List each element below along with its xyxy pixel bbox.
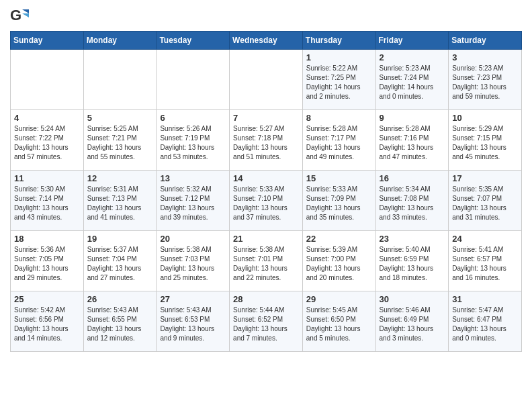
calendar-cell: 1Sunrise: 5:22 AM Sunset: 7:25 PM Daylig… (302, 50, 375, 110)
day-number: 25 (14, 294, 80, 304)
day-info: Sunrise: 5:23 AM Sunset: 7:23 PM Dayligh… (452, 64, 518, 101)
svg-text:G: G (10, 7, 21, 24)
day-info: Sunrise: 5:46 AM Sunset: 6:49 PM Dayligh… (380, 306, 445, 343)
week-row-2: 4Sunrise: 5:24 AM Sunset: 7:22 PM Daylig… (11, 110, 522, 171)
day-number: 27 (160, 294, 226, 304)
day-number: 13 (160, 173, 226, 183)
day-info: Sunrise: 5:44 AM Sunset: 6:52 PM Dayligh… (233, 306, 299, 343)
day-header-friday: Friday (375, 32, 449, 50)
day-info: Sunrise: 5:41 AM Sunset: 6:57 PM Dayligh… (452, 245, 518, 283)
day-number: 30 (380, 294, 445, 304)
calendar-cell: 8Sunrise: 5:28 AM Sunset: 7:17 PM Daylig… (302, 110, 375, 171)
week-row-1: 1Sunrise: 5:22 AM Sunset: 7:25 PM Daylig… (11, 50, 522, 110)
day-number: 1 (306, 52, 372, 62)
calendar-cell: 29Sunrise: 5:45 AM Sunset: 6:50 PM Dayli… (302, 291, 375, 352)
day-number: 31 (452, 294, 518, 304)
calendar-cell: 21Sunrise: 5:38 AM Sunset: 7:01 PM Dayli… (230, 231, 303, 291)
day-number: 18 (14, 234, 80, 244)
svg-marker-2 (22, 13, 29, 17)
day-number: 8 (306, 113, 372, 123)
day-info: Sunrise: 5:39 AM Sunset: 7:00 PM Dayligh… (306, 245, 372, 283)
calendar-cell: 7Sunrise: 5:27 AM Sunset: 7:18 PM Daylig… (230, 110, 303, 171)
day-info: Sunrise: 5:28 AM Sunset: 7:16 PM Dayligh… (380, 124, 445, 162)
day-info: Sunrise: 5:45 AM Sunset: 6:50 PM Dayligh… (306, 306, 372, 343)
day-number: 9 (380, 113, 445, 123)
day-info: Sunrise: 5:32 AM Sunset: 7:12 PM Dayligh… (160, 185, 226, 222)
calendar-cell (230, 50, 303, 110)
day-info: Sunrise: 5:27 AM Sunset: 7:18 PM Dayligh… (233, 124, 299, 162)
calendar-cell: 15Sunrise: 5:33 AM Sunset: 7:09 PM Dayli… (302, 171, 375, 231)
calendar-cell: 27Sunrise: 5:43 AM Sunset: 6:53 PM Dayli… (157, 291, 230, 352)
calendar-cell: 4Sunrise: 5:24 AM Sunset: 7:22 PM Daylig… (11, 110, 84, 171)
calendar-cell: 20Sunrise: 5:38 AM Sunset: 7:03 PM Dayli… (157, 231, 230, 291)
day-info: Sunrise: 5:33 AM Sunset: 7:09 PM Dayligh… (306, 185, 372, 222)
calendar-cell: 16Sunrise: 5:34 AM Sunset: 7:08 PM Dayli… (375, 171, 449, 231)
day-info: Sunrise: 5:47 AM Sunset: 6:47 PM Dayligh… (452, 306, 518, 343)
calendar-cell: 12Sunrise: 5:31 AM Sunset: 7:13 PM Dayli… (83, 171, 157, 231)
day-info: Sunrise: 5:22 AM Sunset: 7:25 PM Dayligh… (306, 64, 372, 101)
day-info: Sunrise: 5:42 AM Sunset: 6:56 PM Dayligh… (14, 306, 80, 343)
logo: G (10, 7, 32, 26)
week-row-3: 11Sunrise: 5:30 AM Sunset: 7:14 PM Dayli… (11, 171, 522, 231)
day-number: 14 (233, 173, 299, 183)
day-info: Sunrise: 5:31 AM Sunset: 7:13 PM Dayligh… (87, 185, 153, 222)
calendar-cell: 24Sunrise: 5:41 AM Sunset: 6:57 PM Dayli… (449, 231, 522, 291)
day-header-tuesday: Tuesday (157, 32, 230, 50)
day-number: 3 (452, 52, 518, 62)
day-number: 29 (306, 294, 372, 304)
day-header-monday: Monday (83, 32, 157, 50)
day-info: Sunrise: 5:43 AM Sunset: 6:53 PM Dayligh… (160, 306, 226, 343)
calendar-cell: 19Sunrise: 5:37 AM Sunset: 7:04 PM Dayli… (83, 231, 157, 291)
day-number: 12 (87, 173, 153, 183)
page-header: G (10, 7, 522, 26)
day-info: Sunrise: 5:35 AM Sunset: 7:07 PM Dayligh… (452, 185, 518, 222)
day-header-thursday: Thursday (302, 32, 375, 50)
day-number: 22 (306, 234, 372, 244)
day-number: 7 (233, 113, 299, 123)
day-number: 2 (380, 52, 445, 62)
day-info: Sunrise: 5:40 AM Sunset: 6:59 PM Dayligh… (380, 245, 445, 283)
day-info: Sunrise: 5:43 AM Sunset: 6:55 PM Dayligh… (87, 306, 153, 343)
day-number: 26 (87, 294, 153, 304)
calendar-cell: 30Sunrise: 5:46 AM Sunset: 6:49 PM Dayli… (375, 291, 449, 352)
calendar-cell: 23Sunrise: 5:40 AM Sunset: 6:59 PM Dayli… (375, 231, 449, 291)
week-row-4: 18Sunrise: 5:36 AM Sunset: 7:05 PM Dayli… (11, 231, 522, 291)
day-info: Sunrise: 5:30 AM Sunset: 7:14 PM Dayligh… (14, 185, 80, 222)
week-row-5: 25Sunrise: 5:42 AM Sunset: 6:56 PM Dayli… (11, 291, 522, 352)
day-info: Sunrise: 5:25 AM Sunset: 7:21 PM Dayligh… (87, 124, 153, 162)
logo-icon: G (10, 7, 29, 26)
calendar-cell: 31Sunrise: 5:47 AM Sunset: 6:47 PM Dayli… (449, 291, 522, 352)
day-number: 5 (87, 113, 153, 123)
day-number: 16 (380, 173, 445, 183)
day-info: Sunrise: 5:23 AM Sunset: 7:24 PM Dayligh… (380, 64, 445, 101)
day-number: 23 (380, 234, 445, 244)
days-header-row: SundayMondayTuesdayWednesdayThursdayFrid… (11, 32, 522, 50)
day-header-wednesday: Wednesday (230, 32, 303, 50)
day-number: 24 (452, 234, 518, 244)
day-number: 10 (452, 113, 518, 123)
calendar-cell (157, 50, 230, 110)
calendar-table: SundayMondayTuesdayWednesdayThursdayFrid… (10, 31, 522, 352)
calendar-cell: 22Sunrise: 5:39 AM Sunset: 7:00 PM Dayli… (302, 231, 375, 291)
day-number: 28 (233, 294, 299, 304)
calendar-cell: 26Sunrise: 5:43 AM Sunset: 6:55 PM Dayli… (83, 291, 157, 352)
day-info: Sunrise: 5:38 AM Sunset: 7:01 PM Dayligh… (233, 245, 299, 283)
day-number: 21 (233, 234, 299, 244)
day-info: Sunrise: 5:36 AM Sunset: 7:05 PM Dayligh… (14, 245, 80, 283)
day-info: Sunrise: 5:24 AM Sunset: 7:22 PM Dayligh… (14, 124, 80, 162)
day-number: 20 (160, 234, 226, 244)
calendar-cell: 14Sunrise: 5:33 AM Sunset: 7:10 PM Dayli… (230, 171, 303, 231)
day-number: 4 (14, 113, 80, 123)
svg-marker-1 (22, 9, 29, 13)
calendar-cell: 3Sunrise: 5:23 AM Sunset: 7:23 PM Daylig… (449, 50, 522, 110)
day-number: 15 (306, 173, 372, 183)
calendar-cell: 9Sunrise: 5:28 AM Sunset: 7:16 PM Daylig… (375, 110, 449, 171)
day-header-saturday: Saturday (449, 32, 522, 50)
day-header-sunday: Sunday (11, 32, 84, 50)
calendar-cell: 17Sunrise: 5:35 AM Sunset: 7:07 PM Dayli… (449, 171, 522, 231)
day-info: Sunrise: 5:33 AM Sunset: 7:10 PM Dayligh… (233, 185, 299, 222)
day-number: 11 (14, 173, 80, 183)
day-number: 17 (452, 173, 518, 183)
day-info: Sunrise: 5:37 AM Sunset: 7:04 PM Dayligh… (87, 245, 153, 283)
calendar-cell: 11Sunrise: 5:30 AM Sunset: 7:14 PM Dayli… (11, 171, 84, 231)
